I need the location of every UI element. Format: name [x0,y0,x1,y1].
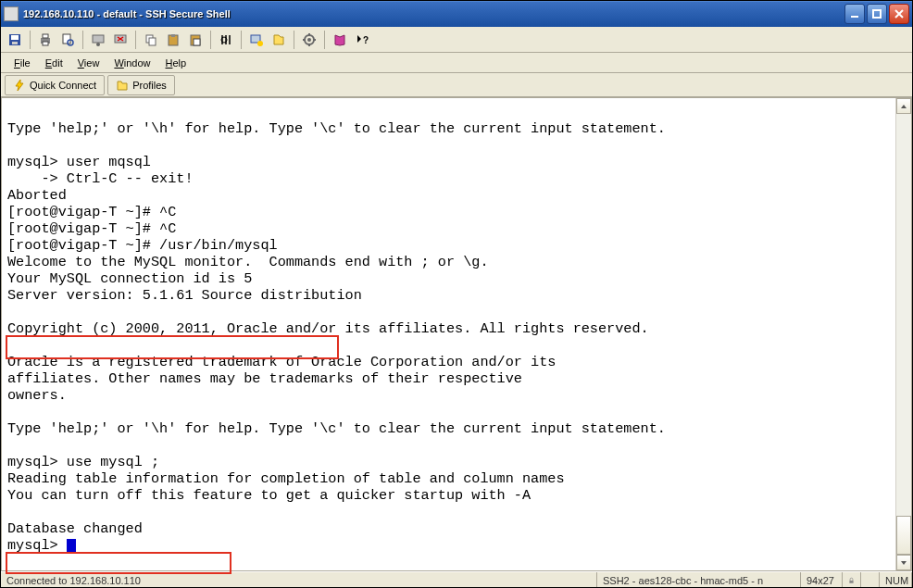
print-icon[interactable] [35,30,56,50]
find-icon[interactable] [216,30,236,50]
svg-text:?: ? [363,35,369,45]
svg-rect-0 [851,16,858,18]
scroll-track[interactable] [896,114,911,555]
help-book-icon[interactable] [330,30,350,50]
scroll-thumb[interactable] [896,516,911,555]
svg-rect-3 [11,35,19,40]
window-title: 192.168.10.110 - default - SSH Secure Sh… [23,8,844,19]
terminal-output[interactable]: Type 'help;' or '\h' for help. Type '\c'… [2,98,895,570]
svg-rect-6 [43,34,48,38]
toolbar: ? [1,27,912,53]
svg-point-21 [257,41,263,46]
svg-rect-4 [12,42,18,44]
title-bar: 192.168.10.110 - default - SSH Secure Sh… [1,1,912,27]
svg-rect-7 [43,42,48,45]
menu-bar: File Edit View Window Help [1,53,912,73]
quick-bar: Quick Connect Profiles [1,73,912,97]
menu-window[interactable]: Window [106,56,157,70]
menu-file[interactable]: File [6,56,38,70]
new-terminal-icon[interactable] [246,30,267,50]
settings-icon[interactable] [299,30,319,50]
help-arrow-icon[interactable]: ? [352,30,372,50]
svg-rect-10 [93,35,104,43]
scroll-down-button[interactable] [896,555,911,570]
status-cipher: SSH2 - aes128-cbc - hmac-md5 - n [597,572,801,588]
svg-rect-8 [63,34,70,44]
app-icon [4,6,19,21]
copy-icon[interactable] [141,30,161,50]
vertical-scrollbar [895,98,911,570]
quick-connect-button[interactable]: Quick Connect [5,75,105,95]
status-lock-icon [843,572,861,588]
menu-help[interactable]: Help [158,56,194,70]
status-connection: Connected to 192.168.10.110 [1,572,597,588]
paste-selection-icon[interactable] [185,30,206,50]
status-dimensions: 94x27 [801,572,843,588]
svg-point-23 [307,38,311,42]
quick-connect-label: Quick Connect [30,80,96,91]
scroll-up-button[interactable] [896,98,911,114]
svg-rect-18 [194,39,200,45]
svg-rect-16 [171,34,175,37]
svg-rect-1 [873,10,881,18]
status-num: NUM [880,572,912,588]
connect-icon[interactable] [88,30,108,50]
lightning-icon [13,79,26,92]
folder-icon [116,79,129,92]
svg-point-11 [96,43,100,46]
print-preview-icon[interactable] [57,30,78,50]
minimize-button[interactable] [844,4,865,24]
terminal-cursor [67,539,76,554]
svg-rect-25 [849,581,853,583]
paste-icon[interactable] [163,30,183,50]
menu-view[interactable]: View [70,56,107,70]
close-button[interactable] [889,4,909,24]
status-bar: Connected to 192.168.10.110 SSH2 - aes12… [1,571,912,588]
terminal-area: Type 'help;' or '\h' for help. Type '\c'… [1,97,912,571]
save-icon[interactable] [5,30,25,50]
profiles-label: Profiles [132,80,167,91]
new-file-transfer-icon[interactable] [269,30,289,50]
maximize-button[interactable] [867,4,887,24]
menu-edit[interactable]: Edit [38,56,70,70]
status-cap [861,572,880,588]
profiles-button[interactable]: Profiles [107,75,175,95]
svg-rect-14 [149,38,156,45]
disconnect-icon[interactable] [110,30,131,50]
